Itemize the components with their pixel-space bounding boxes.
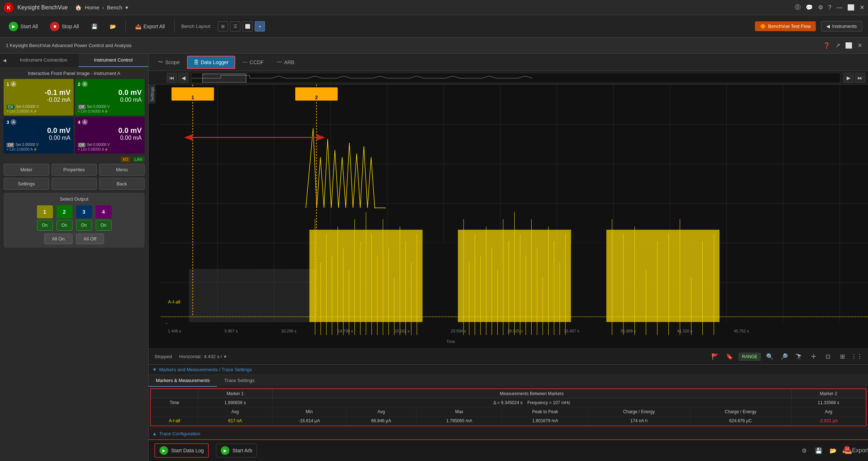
markers-collapse-icon: ▼ bbox=[152, 367, 157, 372]
select-output-panel: Select Output 1 On 2 On 3 On 4 bbox=[4, 193, 145, 248]
zoom-in2-icon[interactable]: 🔎 bbox=[779, 351, 790, 362]
scope-label: Scope bbox=[165, 59, 180, 65]
tab-data-logger[interactable]: 🗄 Data Logger bbox=[187, 56, 235, 69]
svg-rect-0 bbox=[192, 73, 840, 83]
bench-dropdown-icon[interactable]: ▾ bbox=[125, 4, 128, 11]
output-on3-button[interactable]: On bbox=[76, 220, 92, 231]
minimize-icon[interactable]: — bbox=[836, 4, 842, 11]
waveform-thumbnail[interactable] bbox=[191, 73, 840, 83]
markers-title: Markers and Measurements / Trace Setting… bbox=[159, 367, 252, 372]
bench-label[interactable]: Bench bbox=[107, 4, 122, 11]
tab-trace-settings[interactable]: Trace Settings bbox=[217, 375, 262, 387]
folder-bottom-icon[interactable]: 📂 bbox=[828, 445, 839, 456]
svg-rect-64 bbox=[571, 243, 607, 322]
settings-icon[interactable]: ⚙ bbox=[818, 4, 823, 11]
output-ch2-button[interactable]: 2 bbox=[57, 205, 72, 218]
meter-button[interactable]: Meter bbox=[4, 164, 49, 176]
zoom-in-icon[interactable]: 🔍 bbox=[764, 351, 775, 362]
fit-icon[interactable]: ⊡ bbox=[822, 351, 833, 362]
val-charge1: 174 nA h bbox=[588, 416, 690, 426]
select-output-title: Select Output bbox=[7, 196, 141, 202]
settings-button[interactable]: Settings bbox=[4, 178, 49, 190]
breadcrumb: 🏠 Home › Bench ▾ bbox=[75, 4, 128, 11]
ch3-set-v: Set 0.00000 V bbox=[16, 143, 38, 147]
flag-icon[interactable]: 🚩 bbox=[710, 351, 720, 362]
help-panel-icon[interactable]: ❓ bbox=[823, 42, 830, 49]
svg-rect-42 bbox=[423, 243, 458, 322]
output-on1-button[interactable]: On bbox=[37, 220, 53, 231]
last-btn[interactable]: ⏭ bbox=[855, 73, 865, 83]
range-button[interactable]: RANGE bbox=[739, 353, 761, 361]
layout-grid-button[interactable]: ⊞ bbox=[218, 21, 228, 32]
help-icon[interactable]: ? bbox=[828, 4, 831, 11]
maximize-icon[interactable]: ⬜ bbox=[847, 4, 855, 11]
float-panel-icon[interactable]: ⬜ bbox=[845, 42, 852, 49]
avg-label-empty bbox=[151, 407, 198, 416]
zoom-out-icon[interactable]: 🔭 bbox=[793, 351, 804, 362]
layout-single-button[interactable]: ▪ bbox=[255, 21, 265, 32]
properties-button[interactable]: Properties bbox=[51, 164, 97, 176]
ch4-badge: Off bbox=[78, 143, 86, 147]
chat-icon[interactable]: 💬 bbox=[806, 4, 813, 11]
start-data-log-label: Start Data Log bbox=[171, 448, 204, 453]
export-bottom-button[interactable]: 📤 14 bbox=[842, 448, 848, 453]
all-on-button[interactable]: All On bbox=[44, 234, 72, 244]
layout-icons: ⊞ ☰ ⬜ ▪ bbox=[218, 21, 265, 32]
all-off-button[interactable]: All Off bbox=[76, 234, 104, 244]
markers-tabs: Markers & Measurements Trace Settings bbox=[149, 375, 868, 387]
grid-icon[interactable]: ⋮⋮ bbox=[851, 351, 862, 362]
start-arb-button[interactable]: ▶ Start Arb bbox=[216, 444, 257, 457]
tab-instrument-connection[interactable]: Instrument Connection bbox=[9, 54, 79, 67]
home-label[interactable]: Home bbox=[85, 4, 99, 11]
folder-button[interactable]: 📂 bbox=[107, 22, 119, 31]
trace-header[interactable]: ▲ Trace Configuration bbox=[149, 428, 868, 439]
ch1-voltage: -0.1 mV bbox=[7, 88, 71, 97]
start-data-log-button[interactable]: ▶ Start Data Log bbox=[154, 443, 209, 458]
ch2-num: 2 bbox=[78, 81, 80, 87]
output-ch3-button[interactable]: 3 bbox=[76, 205, 92, 218]
tab-ccdf[interactable]: ⋯ CCDF bbox=[237, 56, 270, 68]
crosshair-icon[interactable]: ✛ bbox=[808, 351, 819, 362]
tab-arb[interactable]: 〰 ARB bbox=[271, 56, 300, 68]
main-chart: 1 2 bbox=[149, 85, 868, 348]
col-empty bbox=[151, 389, 198, 398]
output-on4-button[interactable]: On bbox=[96, 220, 112, 231]
left-panel-arrow[interactable]: ◀ bbox=[0, 54, 9, 67]
tab-instrument-control[interactable]: Instrument Control bbox=[79, 54, 149, 67]
notification-icon[interactable]: ⓪ bbox=[795, 4, 801, 11]
output-ch1-button[interactable]: 1 bbox=[37, 205, 53, 218]
svg-text:→: → bbox=[165, 321, 168, 325]
stop-all-button[interactable]: ■ Stop All bbox=[47, 20, 82, 33]
chart-svg: 1 2 bbox=[161, 85, 868, 348]
first-btn[interactable]: ⏮ bbox=[167, 73, 177, 83]
instruments-button[interactable]: ◀ Instruments bbox=[821, 21, 862, 32]
output-on2-button[interactable]: On bbox=[57, 220, 72, 231]
menu-button[interactable]: Menu bbox=[99, 164, 145, 176]
prev-btn[interactable]: ◀ bbox=[178, 73, 188, 83]
ch1-current: -0.02 mA bbox=[7, 97, 71, 103]
benchvue-test-flow-button[interactable]: 🔶 BenchVue Test Flow bbox=[755, 21, 816, 31]
ch4-icon: A bbox=[82, 119, 88, 125]
expand-icon[interactable]: ⊞ bbox=[837, 351, 848, 362]
start-all-button[interactable]: ▶ Start All bbox=[6, 20, 41, 33]
export-panel-icon[interactable]: ↗ bbox=[835, 42, 840, 49]
next-btn[interactable]: ▶ bbox=[843, 73, 854, 83]
output-ch4-button[interactable]: 4 bbox=[96, 205, 112, 218]
settings-bottom-icon[interactable]: ⚙ bbox=[799, 445, 810, 456]
layout-rows-button[interactable]: ☰ bbox=[230, 21, 240, 32]
tab-scope[interactable]: 〜 Scope bbox=[152, 56, 186, 68]
close-panel-icon[interactable]: ✕ bbox=[857, 42, 862, 49]
bookmark-icon[interactable]: 🔖 bbox=[724, 351, 735, 362]
layout-cols-button[interactable]: ⬜ bbox=[242, 21, 253, 32]
close-icon[interactable]: ✕ bbox=[860, 4, 864, 11]
save-button[interactable]: 💾 bbox=[88, 22, 100, 31]
tab-markers-measurements[interactable]: Markers & Measurements bbox=[149, 375, 217, 387]
settings-vertical-tab[interactable]: Settings bbox=[149, 85, 155, 104]
svg-text:10.299 s: 10.299 s bbox=[281, 329, 297, 333]
export-label-button[interactable]: 📤 Export bbox=[851, 445, 862, 456]
save-bottom-icon[interactable]: 💾 bbox=[813, 445, 824, 456]
back-button[interactable]: Back bbox=[99, 178, 145, 190]
export-all-button[interactable]: 📤 Export All bbox=[132, 22, 168, 31]
horizontal-dropdown[interactable]: ▾ bbox=[224, 354, 227, 359]
markers-header[interactable]: ▼ Markers and Measurements / Trace Setti… bbox=[149, 365, 868, 375]
